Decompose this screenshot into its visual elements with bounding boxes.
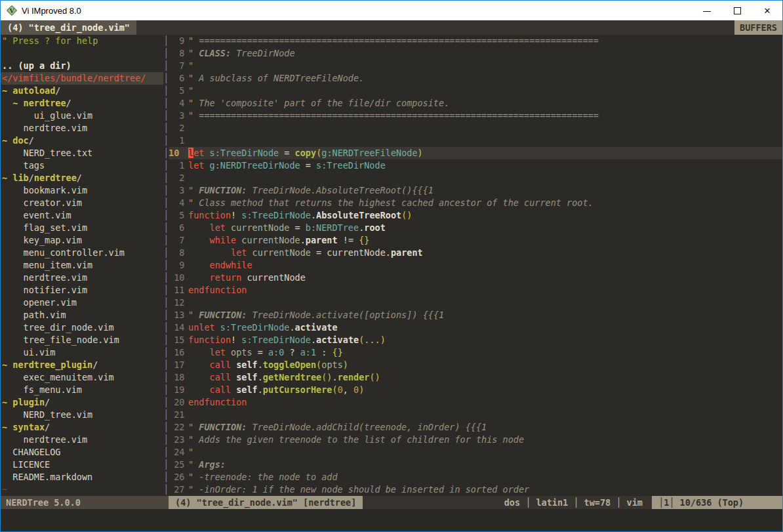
tree-item[interactable]: ~ lib/nerdtree/: [1, 172, 163, 184]
code-text: unlet s:TreeDirNode.activate: [184, 321, 338, 334]
command-line-area[interactable]: [1, 509, 782, 531]
tree-item[interactable]: key_map.vim: [1, 234, 163, 247]
tree-item[interactable]: nerdtree.vim: [1, 122, 163, 134]
syntax-i: s:TreeDirNode: [316, 160, 386, 171]
code-line[interactable]: 3" FUNCTION: TreeDirNode.AbsoluteTreeRoo…: [169, 184, 782, 197]
code-line[interactable]: 10 return currentNode: [169, 272, 782, 284]
code-line[interactable]: 1: [169, 134, 782, 147]
tree-item[interactable]: tree_file_node.vim: [1, 334, 163, 346]
code-line[interactable]: 14unlet s:TreeDirNode.activate: [169, 321, 782, 334]
code-line[interactable]: 25" Args:: [169, 459, 782, 471]
maximize-button[interactable]: [722, 1, 752, 20]
code-line[interactable]: 24": [169, 446, 782, 459]
code-text: " The 'composite' part of the file/dir c…: [184, 97, 449, 110]
code-line[interactable]: 13" FUNCTION: TreeDirNode.activate([opti…: [169, 309, 782, 321]
tree-item[interactable]: path.vim: [1, 309, 163, 321]
tree-item[interactable]: README.markdown: [1, 471, 163, 483]
syntax-w: activate: [295, 322, 338, 333]
tree-item[interactable]: exec_menuitem.vim: [1, 371, 163, 384]
code-line[interactable]: 2: [169, 122, 782, 134]
line-number: 24: [169, 446, 184, 459]
code-line[interactable]: 4" The 'composite' part of the file/dir …: [169, 97, 782, 110]
code-line[interactable]: 17 call self.toggleOpen(opts): [169, 359, 782, 371]
editor-panel: 9" =====================================…: [169, 35, 782, 496]
tree-item[interactable]: menu_controller.vim: [1, 247, 163, 259]
code-line[interactable]: 20endfunction: [169, 396, 782, 409]
code-line[interactable]: 9" =====================================…: [169, 35, 782, 47]
syntax-c: " A subclass of NERDTreeFileNode.: [188, 73, 364, 83]
code-line[interactable]: 9 endwhile: [169, 259, 782, 272]
window-separator[interactable]: │ │ │ │ │ │ │ │ │ │ │ │ │ │ │ │ │ │ │ │ …: [163, 35, 169, 496]
tree-item[interactable]: fs_menu.vim: [1, 384, 163, 396]
code-line[interactable]: 23" Adds the given treenode to the list …: [169, 434, 782, 446]
tree-item[interactable]: ~ syntax/: [1, 421, 163, 434]
tree-item[interactable]: ~ doc/: [1, 134, 163, 147]
code-line-cursor[interactable]: 10let s:TreeDirNode = copy(g:NERDTreeFil…: [169, 147, 782, 159]
tree-item[interactable]: tags: [1, 159, 163, 172]
code-line[interactable]: 2: [169, 172, 782, 184]
tree-item[interactable]: bookmark.vim: [1, 184, 163, 197]
code-line[interactable]: 6" A subclass of NERDTreeFileNode.: [169, 72, 782, 85]
tree-item[interactable]: NERD_tree.txt: [1, 147, 163, 159]
code-line[interactable]: 3" =====================================…: [169, 110, 782, 122]
code-line[interactable]: 5function! s:TreeDirNode.AbsoluteTreeRoo…: [169, 209, 782, 222]
syntax-file: nerdtree.vim: [2, 272, 87, 283]
code-line[interactable]: 11endfunction: [169, 284, 782, 297]
nerdtree-statusline: NERDTree 5.0.0: [1, 496, 169, 509]
syntax-c: ": [188, 447, 193, 457]
tree-item[interactable]: [1, 47, 163, 60]
code-line[interactable]: 18 call self.getNerdtree().render(): [169, 371, 782, 384]
minimize-button[interactable]: —: [692, 1, 722, 20]
tree-item[interactable]: ui.vim: [1, 346, 163, 359]
tree-item[interactable]: ~ nerdtree_plugin/: [1, 359, 163, 371]
tree-item[interactable]: opener.vim: [1, 297, 163, 309]
syntax-c: ": [188, 459, 199, 470]
code-line[interactable]: 4" Class method that returns the highest…: [169, 197, 782, 209]
tree-item[interactable]: event.vim: [1, 209, 163, 222]
code-line[interactable]: 5": [169, 85, 782, 97]
tree-item[interactable]: nerdtree.vim: [1, 434, 163, 446]
tree-item[interactable]: creator.vim: [1, 197, 163, 209]
code-text: " -inOrder: 1 if the new node should be …: [184, 483, 529, 496]
code-line[interactable]: 7": [169, 60, 782, 72]
line-number: 4: [169, 197, 184, 209]
code-line[interactable]: 7 while currentNode.parent != {}: [169, 234, 782, 247]
tree-item[interactable]: ui_glue.vim: [1, 110, 163, 122]
syntax-c: ": [188, 422, 199, 432]
code-line[interactable]: 19 call self.putCursorHere(0, 0): [169, 384, 782, 396]
code-line[interactable]: 16 let opts = a:0 ? a:1 : {}: [169, 346, 782, 359]
syntax-k: let: [210, 222, 226, 233]
syntax-n: !=: [338, 235, 359, 245]
tree-item[interactable]: CHANGELOG: [1, 446, 163, 459]
code-line[interactable]: 21: [169, 409, 782, 421]
code-line[interactable]: 8 let currentNode = currentNode.parent: [169, 247, 782, 259]
tree-item[interactable]: notifier.vim: [1, 284, 163, 297]
tree-item[interactable]: " Press ? for help: [1, 35, 163, 47]
tree-item[interactable]: ~ autoload/: [1, 85, 163, 97]
syntax-p: ): [418, 148, 423, 158]
tree-item[interactable]: .. (up a dir): [1, 60, 163, 72]
tree-item[interactable]: menu_item.vim: [1, 259, 163, 272]
code-line[interactable]: 27" -inOrder: 1 if the new node should b…: [169, 483, 782, 496]
tab-tree-dir-node[interactable]: (4) "tree_dir_node.vim": [1, 20, 136, 35]
tree-item[interactable]: nerdtree.vim: [1, 272, 163, 284]
code-line[interactable]: 6 let currentNode = b:NERDTree.root: [169, 222, 782, 234]
code-line[interactable]: 26" -treenode: the node to add: [169, 471, 782, 483]
vim-window: V Vi IMproved 8.0 — ✕ (4) "tree_dir_node…: [0, 0, 783, 532]
syntax-n: .: [258, 384, 263, 395]
tree-item[interactable]: NERD_tree.vim: [1, 409, 163, 421]
tree-item[interactable]: ~: [1, 483, 163, 496]
code-line[interactable]: 1let g:NERDTreeDirNode = s:TreeDirNode: [169, 159, 782, 172]
code-line[interactable]: 12: [169, 297, 782, 309]
tree-item[interactable]: ~ nerdtree/: [1, 97, 163, 110]
tree-item[interactable]: flag_set.vim: [1, 222, 163, 234]
code-line[interactable]: 22" FUNCTION: TreeDirNode.addChild(treen…: [169, 421, 782, 434]
tree-item[interactable]: ~ plugin/: [1, 396, 163, 409]
tree-item-selected[interactable]: </vimfiles/bundle/nerdtree/: [1, 72, 163, 85]
syntax-file: creator.vim: [2, 197, 82, 208]
code-line[interactable]: 8" CLASS: TreeDirNode: [169, 47, 782, 60]
code-line[interactable]: 15function! s:TreeDirNode.activate(...): [169, 334, 782, 346]
tree-item[interactable]: LICENCE: [1, 459, 163, 471]
close-button[interactable]: ✕: [752, 1, 782, 20]
tree-item[interactable]: tree_dir_node.vim: [1, 321, 163, 334]
